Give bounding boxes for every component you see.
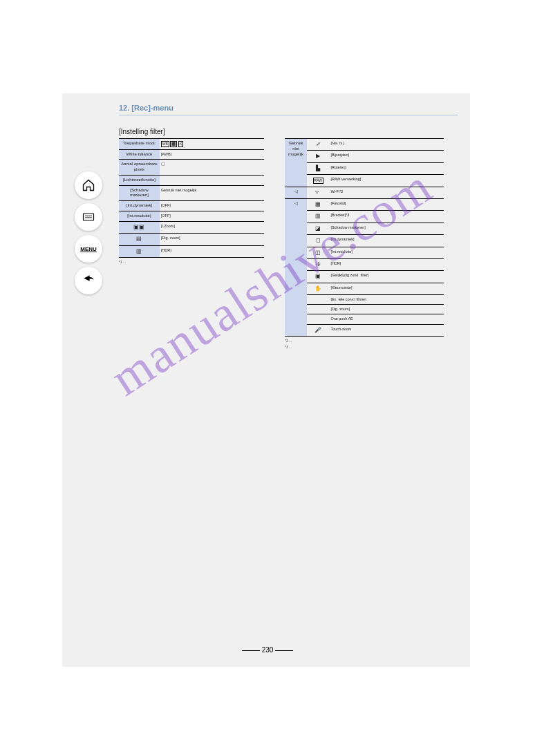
row-value: ▢: [160, 160, 264, 176]
row-value: [Gelijktijdig zond. filter]: [329, 271, 444, 283]
footnote: *2 ...: [285, 339, 444, 343]
row-icon: ◫: [307, 247, 329, 258]
table-row: Toepasbare modi:WB ⬛ K: [119, 139, 264, 150]
row-label: ▤: [119, 234, 160, 245]
row-value: [RAW-verwerking]: [329, 175, 444, 187]
table-row: ◪[Schaduw markeren]: [285, 223, 444, 234]
sidebar-nav: MENU: [75, 171, 104, 294]
row-value: [HDR]: [329, 258, 444, 270]
row-icon: ᯤ: [307, 187, 329, 198]
row-value: [Schaduw markeren]: [329, 223, 444, 234]
right-table: Gebruik niet mogelijk⤢[Nw. rs.] ▶[Bijsni…: [285, 138, 444, 337]
row-icon: [307, 295, 329, 305]
table-row: White balance[AWB]: [119, 149, 264, 160]
table-row: [Lichtmeetfunctie]: [119, 175, 264, 185]
menu-button[interactable]: MENU: [75, 235, 102, 263]
row-icon: [307, 305, 329, 314]
row-value: [OFF]: [160, 211, 264, 222]
table-row: ◁▦[Fotostijl]: [285, 198, 444, 210]
row-value: [Fotostijl]: [329, 198, 444, 210]
row-value: [OFF]: [160, 201, 264, 211]
table-row: [Int.resolutie][OFF]: [119, 211, 264, 222]
row-label: Toepasbare modi:: [119, 139, 160, 150]
table-row: [Dig. zoom]: [285, 305, 444, 314]
row-value: [Nw. rs.]: [329, 139, 444, 151]
home-icon: [82, 178, 95, 192]
row-value: Gebruik niet mogelijk: [160, 185, 264, 201]
row-icon: ▥: [307, 211, 329, 223]
page-number: 230: [0, 646, 535, 654]
table-row: ◫[Int.resolutie]: [285, 247, 444, 258]
section-title: 12. [Rec]-menu: [119, 104, 458, 115]
row-value: [160, 175, 264, 185]
row-label: [Int.dynamiek]: [119, 201, 160, 211]
table-row: ▣[Gelijktijdig zond. filter]: [285, 271, 444, 283]
row-value: [HDR]: [160, 245, 264, 257]
table-row: Gebruik niet mogelijk⤢[Nw. rs.]: [285, 139, 444, 151]
row-value: One push AE: [329, 314, 444, 324]
row-icon: ▙: [307, 162, 329, 174]
table-row: ▶[Bijsnijden]: [285, 151, 444, 162]
row-value: WB ⬛ K: [160, 139, 264, 150]
table-row: ✋[Kleurruimte]: [285, 283, 444, 294]
table-row: ◁ᯤWi-Fi*2: [285, 187, 444, 198]
group-label: ◁: [285, 198, 307, 336]
contents-button[interactable]: [75, 203, 102, 231]
group-label: ◁: [285, 187, 307, 198]
row-icon: ▣: [307, 271, 329, 283]
row-value: [I.Zoom]: [160, 221, 264, 233]
table-row: ◻[Int.dynamiek]: [285, 235, 444, 247]
row-icon: ▦: [307, 198, 329, 210]
svg-rect-0: [84, 214, 94, 220]
table-row: ▙[Roteren]: [285, 162, 444, 174]
group-label: Gebruik niet mogelijk: [285, 139, 307, 187]
table-row: ▥[HDR]: [119, 245, 264, 257]
page-subhead: [Instelling filter]: [119, 128, 458, 135]
table-row: Aantal opneembare pixels▢: [119, 160, 264, 176]
row-value: [Int.dynamiek]: [329, 235, 444, 247]
table-row: [Int.dynamiek][OFF]: [119, 201, 264, 211]
row-icon: RAW: [307, 175, 329, 187]
row-icon: 🎤: [307, 324, 329, 336]
footnote: *3 ...: [285, 345, 444, 349]
back-button[interactable]: [75, 267, 102, 294]
row-icon: ⤢: [307, 139, 329, 151]
table-row: ▤[Dig. zoom]: [119, 234, 264, 245]
home-button[interactable]: [75, 171, 102, 199]
row-label: Aantal opneembare pixels: [119, 160, 160, 176]
left-column: Toepasbare modi:WB ⬛ K White balance[AWB…: [119, 138, 264, 349]
table-row: [Schaduw markeren]Gebruik niet mogelijk: [119, 185, 264, 201]
table-row: [Ex. tele conv.] filmen: [285, 295, 444, 305]
row-label: [Int.resolutie]: [119, 211, 160, 222]
row-value: [Kleurruimte]: [329, 283, 444, 294]
footnote: *1 ...: [119, 260, 264, 264]
row-value: [Ex. tele conv.] filmen: [329, 295, 444, 305]
row-value: Wi-Fi*2: [329, 187, 444, 198]
divider: [119, 115, 458, 115]
menu-icon: MENU: [80, 246, 97, 252]
row-label: White balance: [119, 149, 160, 160]
row-value: [Dig. zoom]: [329, 305, 444, 314]
row-label: [Lichtmeetfunctie]: [119, 175, 160, 185]
list-icon: [82, 210, 95, 224]
row-value: [AWB]: [160, 149, 264, 160]
row-value: [Bijsnijden]: [329, 151, 444, 162]
row-value: Touch-zoom: [329, 324, 444, 336]
right-column: Gebruik niet mogelijk⤢[Nw. rs.] ▶[Bijsni…: [285, 138, 444, 349]
row-value: [Int.resolutie]: [329, 247, 444, 258]
row-label: [Schaduw markeren]: [119, 185, 160, 201]
table-row: ❊[HDR]: [285, 258, 444, 270]
table-row: ▣▣[I.Zoom]: [119, 221, 264, 233]
row-icon: ▶: [307, 151, 329, 162]
row-label: ▣▣: [119, 221, 160, 233]
row-value: [Roteren]: [329, 162, 444, 174]
row-value: [Dig. zoom]: [160, 234, 264, 245]
row-icon: ✋: [307, 283, 329, 294]
table-row: ▥[Bracket]*3: [285, 211, 444, 223]
row-label: ▥: [119, 245, 160, 257]
back-icon: [82, 274, 95, 287]
row-icon: [307, 314, 329, 324]
left-table: Toepasbare modi:WB ⬛ K White balance[AWB…: [119, 138, 264, 258]
row-value: [Bracket]*3: [329, 211, 444, 223]
row-icon: ◻: [307, 235, 329, 247]
